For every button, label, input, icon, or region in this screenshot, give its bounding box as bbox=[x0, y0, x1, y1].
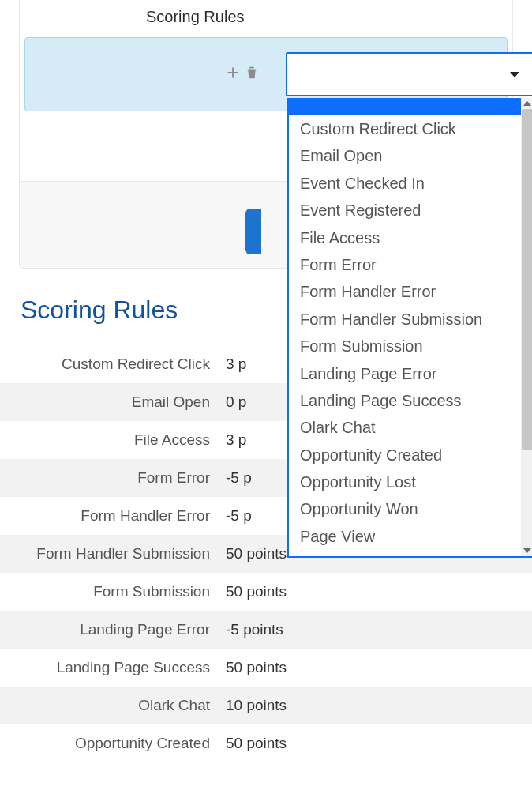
rule-row-handle-icons bbox=[224, 64, 260, 85]
rule-value: -5 points bbox=[226, 621, 283, 638]
scroll-thumb[interactable] bbox=[522, 109, 532, 450]
dropdown-option[interactable]: Opportunity Created bbox=[289, 442, 521, 468]
rule-label: Landing Page Success bbox=[0, 659, 226, 676]
dropdown-option[interactable]: Form Handler Submission bbox=[289, 306, 521, 333]
rule-value: 3 p bbox=[226, 431, 246, 449]
rule-label: Opportunity Created bbox=[0, 735, 226, 752]
rule-label: Email Open bbox=[0, 393, 226, 411]
dropdown-option[interactable]: Opportunity Lost bbox=[289, 468, 521, 495]
table-row: Landing Page Success 50 points bbox=[0, 649, 532, 687]
dropdown-option[interactable]: Form Submission bbox=[289, 333, 521, 359]
rule-builder-row: Custom Redirect Click Email Open Event C… bbox=[24, 37, 508, 111]
rule-value: 50 points bbox=[226, 583, 287, 600]
rule-value: 50 points bbox=[226, 659, 287, 676]
dropdown-option[interactable]: Event Checked In bbox=[289, 170, 521, 197]
table-row: Olark Chat 10 points bbox=[0, 687, 532, 724]
arrow-up-icon bbox=[523, 101, 531, 106]
scroll-up-button[interactable] bbox=[521, 98, 532, 109]
dropdown-option[interactable]: Olark Chat bbox=[289, 414, 521, 441]
dropdown-option[interactable]: Email Open bbox=[289, 142, 521, 169]
rule-label: Form Error bbox=[0, 469, 226, 487]
table-row: Landing Page Error -5 points bbox=[0, 611, 532, 649]
rule-value: 0 p bbox=[226, 393, 246, 411]
rule-value: 3 p bbox=[226, 356, 246, 373]
rule-value: -5 p bbox=[226, 469, 252, 487]
rule-value: 50 points bbox=[226, 735, 287, 752]
rule-label: Form Submission bbox=[0, 583, 226, 600]
rule-value: 10 points bbox=[226, 697, 287, 714]
add-icon[interactable] bbox=[224, 64, 242, 85]
dropdown-option[interactable]: Form Error bbox=[289, 251, 521, 278]
primary-button-edge[interactable] bbox=[245, 209, 261, 254]
dropdown-option-blank[interactable] bbox=[289, 98, 521, 115]
scroll-track[interactable] bbox=[521, 109, 532, 545]
dropdown-option[interactable]: Custom Redirect Click bbox=[289, 115, 521, 142]
rule-value: -5 p bbox=[226, 507, 252, 525]
dropdown-option[interactable]: Landing Page Success bbox=[289, 387, 521, 414]
rule-type-select-wrapper: Custom Redirect Click Email Open Event C… bbox=[286, 52, 532, 96]
dropdown-option[interactable]: Opportunity Won bbox=[289, 495, 521, 522]
dropdown-option[interactable]: Event Registered bbox=[289, 197, 521, 224]
rule-label: Landing Page Error bbox=[0, 621, 226, 638]
rule-type-select[interactable] bbox=[286, 52, 532, 96]
panel-header: Scoring Rules bbox=[20, 0, 512, 37]
trash-icon[interactable] bbox=[243, 64, 260, 85]
dropdown-option[interactable]: Site Search Query bbox=[289, 550, 521, 556]
dropdown-option[interactable]: Form Handler Error bbox=[289, 278, 521, 305]
rule-type-dropdown: Custom Redirect Click Email Open Event C… bbox=[287, 98, 532, 558]
dropdown-option[interactable]: Landing Page Error bbox=[289, 360, 521, 387]
scroll-down-button[interactable] bbox=[521, 545, 532, 556]
rule-label: File Access bbox=[0, 431, 226, 449]
scoring-rules-panel: Scoring Rules Custom Redirect Click Emai… bbox=[19, 0, 513, 269]
chevron-down-icon bbox=[510, 72, 519, 77]
dropdown-option[interactable]: Page View bbox=[289, 523, 521, 550]
dropdown-scrollbar[interactable] bbox=[521, 98, 532, 556]
table-row: Opportunity Created 50 points bbox=[0, 724, 532, 762]
rule-label: Custom Redirect Click bbox=[0, 356, 226, 373]
table-row: Form Submission 50 points bbox=[0, 573, 532, 611]
rule-label: Olark Chat bbox=[0, 697, 226, 714]
rule-label: Form Handler Error bbox=[0, 507, 226, 525]
rule-value: 50 points bbox=[226, 545, 287, 563]
dropdown-option-list: Custom Redirect Click Email Open Event C… bbox=[289, 98, 521, 556]
dropdown-option[interactable]: File Access bbox=[289, 224, 521, 251]
arrow-down-icon bbox=[523, 548, 531, 553]
rule-label: Form Handler Submission bbox=[0, 545, 226, 563]
